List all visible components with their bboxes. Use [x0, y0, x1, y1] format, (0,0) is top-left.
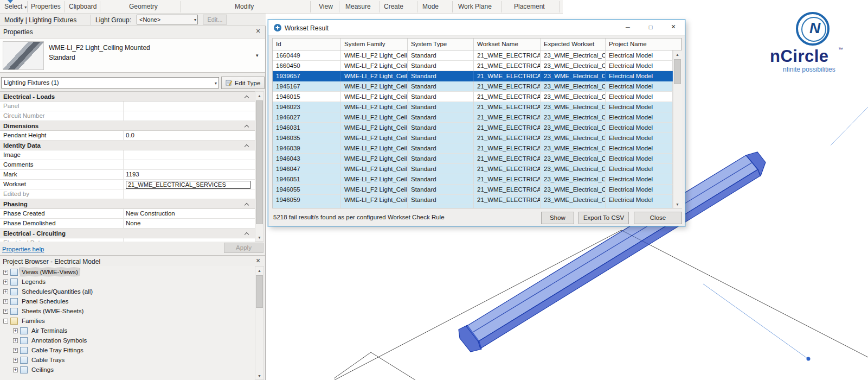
table-row[interactable]: 1946035WME-LI_F2 Light_CeiliStandard21_W… [273, 133, 673, 143]
close-icon[interactable]: × [662, 20, 685, 36]
column-header-project-name[interactable]: Project Name [606, 39, 681, 50]
tree-item-air-terminals[interactable]: +Air Terminals [13, 326, 69, 335]
tree-item-schedules[interactable]: +Schedules/Quantities (all) [3, 287, 94, 296]
export-to-csv-button[interactable]: Export To CSV [578, 212, 629, 224]
table-row[interactable]: 1946015WME-LI_F2 Light_CeiliStandard21_W… [273, 92, 673, 102]
table-row[interactable]: 1660450WME-LI_F2 Light_CeiliStandard21_W… [273, 61, 673, 71]
tree-item-views[interactable]: +Views (WME-Views) [3, 267, 80, 277]
ribbon-panel-properties[interactable]: Properties [31, 3, 61, 10]
tree-item-ceilings[interactable]: +Ceilings [13, 365, 55, 375]
property-row[interactable]: Pendant Height0.0 [0, 131, 255, 141]
column-header-id[interactable]: Id [273, 39, 341, 50]
table-row[interactable]: 1946039WME-LI_F2 Light_CeiliStandard21_W… [273, 143, 673, 154]
scroll-up-icon[interactable]: ▲ [673, 50, 681, 58]
property-value[interactable]: 0.0 [124, 131, 255, 140]
table-row[interactable]: 1946055WME-LI_F2 Light_CeiliStandard21_W… [273, 185, 673, 195]
group-header[interactable]: Electrical - Loads [0, 92, 255, 102]
ribbon-panel-create[interactable]: Create [384, 3, 403, 10]
tree-item-families[interactable]: -Families [3, 316, 47, 326]
property-row[interactable]: Image [0, 150, 255, 160]
scrollbar-thumb[interactable] [256, 275, 263, 308]
scrollbar-thumb[interactable] [674, 59, 681, 84]
maximize-icon[interactable]: □ [639, 20, 662, 36]
ribbon-panel-work-plane[interactable]: Work Plane [458, 3, 492, 10]
tree-item-cable-tray-fittings[interactable]: +Cable Tray Fittings [13, 345, 85, 355]
expand-icon[interactable]: + [3, 309, 8, 314]
table-row[interactable]: 1946023WME-LI_F2 Light_CeiliStandard21_W… [273, 102, 673, 112]
ribbon-panel-select[interactable]: Select▾ [4, 3, 27, 10]
group-header[interactable]: Phasing [0, 199, 255, 209]
light-group-dropdown[interactable]: <None> ▾ [137, 15, 198, 24]
ribbon-panel-measure[interactable]: Measure [345, 3, 371, 10]
table-row-selected[interactable]: 1939657WME-LI_F2 Light_CeiliStandard21_W… [273, 71, 673, 81]
table-row[interactable]: 1946059WME-LI_F2 Light_CeiliStandard21_W… [273, 195, 673, 205]
scroll-down-icon[interactable]: ▼ [673, 200, 681, 208]
ribbon-panel-modify[interactable]: Modify [235, 3, 254, 10]
expand-icon[interactable]: + [13, 348, 18, 353]
column-header-system-family[interactable]: System Family [341, 39, 408, 50]
group-header[interactable]: Electrical - Circuiting [0, 229, 255, 238]
expand-icon[interactable]: + [13, 338, 18, 343]
close-button[interactable]: Close [634, 212, 682, 224]
ribbon-panel-mode[interactable]: Mode [422, 3, 439, 10]
column-header-system-type[interactable]: System Type [408, 39, 474, 50]
property-row[interactable]: Circuit Number [0, 111, 255, 121]
type-selector[interactable]: WME-LI_F2 Light_Ceiling Mounted Standard… [0, 38, 265, 73]
properties-scrollbar[interactable]: ▲ ▼ [255, 91, 264, 242]
show-button[interactable]: Show [541, 212, 574, 224]
chevron-down-icon[interactable]: ▾ [256, 53, 259, 58]
table-scrollbar[interactable]: ▲ ▼ [673, 50, 682, 208]
element-filter-dropdown[interactable]: Lighting Fixtures (1) ▾ [1, 77, 219, 88]
property-row[interactable]: Edited by [0, 189, 255, 199]
property-value[interactable] [124, 150, 255, 160]
column-header-expected-workset[interactable]: Expected Workset [541, 39, 606, 50]
scroll-down-icon[interactable]: ▼ [255, 233, 263, 241]
table-row[interactable]: 1945167WME-LI_F2 Light_CeiliStandard21_W… [273, 81, 673, 92]
expand-icon[interactable]: + [13, 368, 18, 372]
property-row[interactable]: Comments [0, 160, 255, 170]
property-row[interactable]: Phase CreatedNew Construction [0, 209, 255, 219]
close-icon[interactable]: × [254, 256, 262, 265]
group-header[interactable]: Dimensions [0, 121, 255, 131]
collapse-icon[interactable]: - [3, 319, 8, 324]
scroll-down-icon[interactable]: ▼ [255, 372, 263, 379]
tree-item-panel-schedules[interactable]: +Panel Schedules [3, 296, 70, 306]
apply-button[interactable]: Apply [224, 243, 263, 253]
property-value[interactable]: New Construction [124, 209, 255, 218]
property-row[interactable]: Phase DemolishedNone [0, 219, 255, 229]
property-row[interactable]: Panel [0, 102, 255, 111]
table-row[interactable]: 1946031WME-LI_F2 Light_CeiliStandard21_W… [273, 123, 673, 133]
close-icon[interactable]: × [254, 27, 262, 35]
scrollbar-thumb[interactable] [256, 100, 263, 224]
tree-item-annotation-symbols[interactable]: +Annotation Symbols [13, 335, 88, 345]
ribbon-panel-placement[interactable]: Placement [514, 3, 545, 10]
expand-icon[interactable]: + [13, 328, 18, 333]
expand-icon[interactable]: + [3, 299, 8, 304]
table-row[interactable]: 1946043WME-LI_F2 Light_CeiliStandard21_W… [273, 154, 673, 164]
property-row[interactable]: Electrical Data [0, 238, 255, 242]
tree-item-legends[interactable]: +Legends [3, 277, 47, 287]
scroll-up-icon[interactable]: ▲ [255, 92, 263, 99]
property-row-workset[interactable]: Workset21_WME_ELECTRICAL_SERVICES [0, 180, 255, 189]
edit-light-group-button[interactable]: Edit... [203, 15, 227, 24]
edit-type-button[interactable]: Edit Type [221, 77, 265, 89]
tree-item-cable-trays[interactable]: +Cable Trays [13, 355, 66, 365]
ribbon-panel-view[interactable]: View [319, 3, 333, 10]
table-row[interactable]: 1946051WME-LI_F2 Light_CeiliStandard21_W… [273, 174, 673, 185]
ribbon-panel-clipboard[interactable]: Clipboard [69, 3, 97, 10]
expand-icon[interactable]: + [13, 358, 18, 363]
expand-icon[interactable]: + [3, 280, 8, 284]
project-browser-scrollbar[interactable]: ▲ ▼ [255, 266, 264, 380]
scroll-up-icon[interactable]: ▲ [255, 267, 263, 274]
expand-icon[interactable]: + [3, 270, 8, 275]
column-header-workset-name[interactable]: Workset Name [474, 39, 541, 50]
group-header[interactable]: Identity Data [0, 141, 255, 150]
property-value[interactable] [124, 160, 255, 169]
property-value[interactable]: 1193 [124, 170, 255, 179]
table-row[interactable]: 1946027WME-LI_F2 Light_CeiliStandard21_W… [273, 112, 673, 123]
property-row[interactable]: Mark1193 [0, 170, 255, 180]
table-row[interactable]: 1660449WME-LI_F2 Light_CeiliStandard21_W… [273, 50, 673, 61]
property-value[interactable]: None [124, 219, 255, 228]
minimize-icon[interactable]: ─ [616, 20, 639, 36]
ribbon-panel-geometry[interactable]: Geometry [129, 3, 158, 10]
